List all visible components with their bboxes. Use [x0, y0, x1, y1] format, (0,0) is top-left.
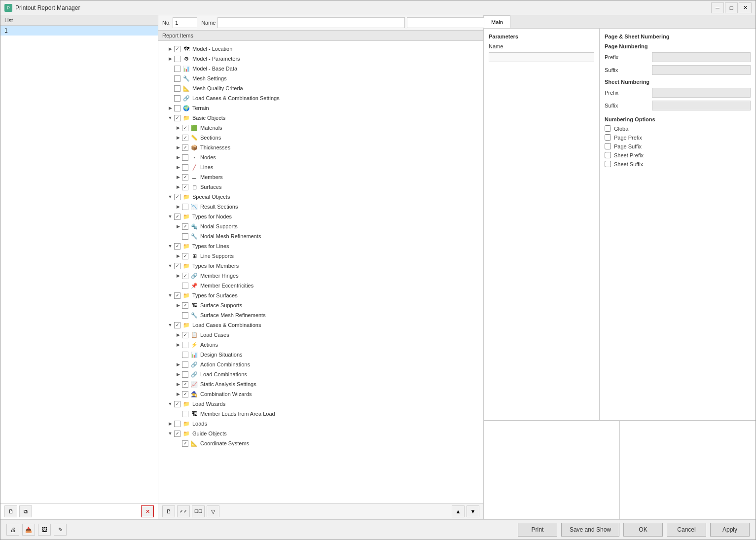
bottom-tool-4[interactable]: ✎ — [54, 524, 67, 536]
tree-item-model-parameters[interactable]: ▶ ⚙ Model - Parameters — [158, 54, 483, 64]
sheet-suffix-input[interactable] — [652, 101, 751, 110]
tree-item-special-objects[interactable]: ▼ 📁 Special Objects — [158, 192, 483, 202]
tree-item-types-members[interactable]: ▼ 📁 Types for Members — [158, 261, 483, 271]
cb-materials[interactable] — [182, 125, 188, 131]
cb-surfaces[interactable] — [182, 184, 188, 190]
bottom-tool-2[interactable]: 📥 — [22, 524, 35, 536]
tree-item-types-surfaces[interactable]: ▼ 📁 Types for Surfaces — [158, 290, 483, 300]
cb-nodal-mesh[interactable] — [182, 233, 188, 240]
maximize-button[interactable]: □ — [725, 2, 738, 13]
tree-item-nodes[interactable]: ▶ • Nodes — [158, 152, 483, 162]
tree-check-all-button[interactable]: ✓✓ — [177, 505, 190, 517]
ok-button[interactable]: OK — [623, 523, 663, 537]
tree-item-result-sections[interactable]: ▶ 📉 Result Sections — [158, 202, 483, 212]
cb-basic-objects[interactable] — [174, 115, 180, 121]
tree-up-button[interactable]: ▲ — [452, 505, 465, 517]
expand-result-sections[interactable]: ▶ — [174, 203, 182, 211]
tree-item-line-supports[interactable]: ▶ ⊞ Line Supports — [158, 251, 483, 261]
tree-item-nodal-mesh[interactable]: 🔧 Nodal Mesh Refinements — [158, 231, 483, 241]
print-button[interactable]: Print — [518, 523, 557, 537]
cb-design-situations[interactable] — [182, 352, 188, 358]
cb-option-sheet-suffix[interactable] — [605, 161, 611, 167]
expand-materials[interactable]: ▶ — [174, 124, 182, 132]
prefix-input[interactable] — [652, 52, 751, 62]
tree-item-load-combinations[interactable]: ▶ 🔗 Load Combinations — [158, 369, 483, 379]
tree-item-materials[interactable]: ▶ 🟩 Materials — [158, 123, 483, 133]
expand-static-analysis[interactable]: ▶ — [174, 380, 182, 388]
cb-nodes[interactable] — [182, 154, 188, 161]
cb-lc-comb-settings[interactable] — [174, 95, 180, 102]
cb-member-loads-area[interactable] — [182, 411, 188, 417]
cb-guide-objects[interactable] — [174, 431, 180, 437]
no-input[interactable] — [173, 17, 197, 28]
tree-item-lc-combinations[interactable]: ▼ 📁 Load Cases & Combinations — [158, 320, 483, 330]
tree-item-surface-mesh[interactable]: 🔧 Surface Mesh Refinements — [158, 310, 483, 320]
expand-load-combinations[interactable]: ▶ — [174, 370, 182, 378]
expand-terrain[interactable]: ▶ — [166, 104, 174, 112]
cb-coordinate-systems[interactable] — [182, 440, 188, 447]
expand-members[interactable]: ▶ — [174, 173, 182, 181]
tree-item-members[interactable]: ▶ ⚊ Members — [158, 172, 483, 182]
minimize-button[interactable]: ─ — [711, 2, 724, 13]
tree-filter-button[interactable]: ▽ — [207, 505, 219, 517]
cb-member-eccentricities[interactable] — [182, 283, 188, 289]
tree-item-lines[interactable]: ▶ ╱ Lines — [158, 162, 483, 172]
expand-model-location[interactable]: ▶ — [166, 45, 174, 53]
expand-lines[interactable]: ▶ — [174, 163, 182, 171]
name-input[interactable] — [217, 17, 405, 28]
cb-types-nodes[interactable] — [174, 214, 180, 220]
tree-item-member-eccentricities[interactable]: 📌 Member Eccentricities — [158, 281, 483, 290]
tree-item-guide-objects[interactable]: ▼ 📁 Guide Objects — [158, 429, 483, 438]
cb-surface-supports[interactable] — [182, 302, 188, 309]
expand-types-nodes[interactable]: ▼ — [166, 213, 174, 220]
expand-surfaces[interactable]: ▶ — [174, 183, 182, 191]
tree-item-types-lines[interactable]: ▼ 📁 Types for Lines — [158, 241, 483, 251]
expand-nodes[interactable]: ▶ — [174, 153, 182, 161]
tree-item-load-wizards[interactable]: ▼ 📁 Load Wizards — [158, 399, 483, 409]
cb-load-combinations[interactable] — [182, 371, 188, 378]
cb-load-cases[interactable] — [182, 332, 188, 338]
tree-item-model-base-data[interactable]: 📊 Model - Base Data — [158, 64, 483, 73]
cb-static-analysis[interactable] — [182, 381, 188, 388]
tree-item-static-analysis[interactable]: ▶ 📈 Static Analysis Settings — [158, 379, 483, 389]
cb-member-hinges[interactable] — [182, 273, 188, 279]
tree-item-lc-comb-settings[interactable]: 🔗 Load Cases & Combination Settings — [158, 93, 483, 103]
cb-types-lines[interactable] — [174, 243, 180, 250]
cb-types-surfaces[interactable] — [174, 292, 180, 299]
expand-model-parameters[interactable]: ▶ — [166, 55, 174, 63]
cb-result-sections[interactable] — [182, 204, 188, 210]
tree-item-actions[interactable]: ▶ ⚡ Actions — [158, 340, 483, 350]
tree-item-types-nodes[interactable]: ▼ 📁 Types for Nodes — [158, 212, 483, 221]
expand-load-cases[interactable]: ▶ — [174, 331, 182, 339]
cb-thicknesses[interactable] — [182, 144, 188, 151]
cb-option-sheet-prefix[interactable] — [605, 152, 611, 158]
cb-terrain[interactable] — [174, 105, 180, 111]
expand-thicknesses[interactable]: ▶ — [174, 144, 182, 151]
expand-types-surfaces[interactable]: ▼ — [166, 291, 174, 299]
sheet-prefix-input[interactable] — [652, 88, 751, 98]
copy-list-button[interactable]: ⧉ — [19, 505, 32, 517]
cb-option-page-suffix[interactable] — [605, 143, 611, 149]
cb-model-base-data[interactable] — [174, 66, 180, 72]
apply-button[interactable]: Apply — [710, 523, 750, 537]
cb-option-page-prefix[interactable] — [605, 134, 611, 141]
tree-item-nodal-supports[interactable]: ▶ 🔩 Nodal Supports — [158, 221, 483, 231]
cb-nodal-supports[interactable] — [182, 223, 188, 230]
cb-types-members[interactable] — [174, 263, 180, 269]
cb-lc-combinations[interactable] — [174, 322, 180, 328]
close-button[interactable]: ✕ — [739, 2, 752, 13]
suffix-input[interactable] — [652, 65, 751, 75]
bottom-tool-3[interactable]: 🖼 — [38, 524, 51, 536]
tree-item-terrain[interactable]: ▶ 🌍 Terrain — [158, 103, 483, 113]
tree-item-loads[interactable]: ▶ 📁 Loads — [158, 419, 483, 429]
cb-mesh-settings[interactable] — [174, 75, 180, 82]
expand-basic-objects[interactable]: ▼ — [166, 114, 174, 122]
expand-combination-wizards[interactable]: ▶ — [174, 390, 182, 398]
tree-item-basic-objects[interactable]: ▼ 📁 Basic Objects — [158, 113, 483, 123]
save-show-button[interactable]: Save and Show — [561, 523, 619, 537]
expand-action-combinations[interactable]: ▶ — [174, 360, 182, 368]
cb-load-wizards[interactable] — [174, 401, 180, 407]
tree-item-mesh-quality[interactable]: 📐 Mesh Quality Criteria — [158, 83, 483, 93]
tree-item-member-loads-area[interactable]: 🏗 Member Loads from Area Load — [158, 409, 483, 419]
cb-combination-wizards[interactable] — [182, 391, 188, 397]
